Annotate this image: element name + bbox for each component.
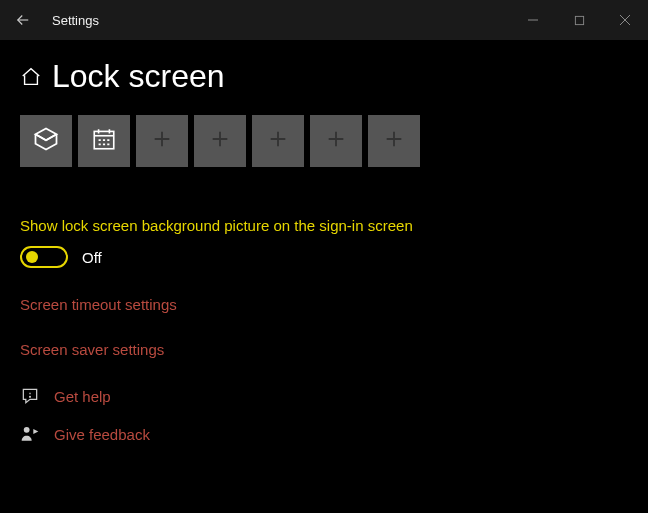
screen-saver-link[interactable]: Screen saver settings bbox=[20, 341, 628, 358]
app-tile-add[interactable] bbox=[310, 115, 362, 167]
svg-point-3 bbox=[24, 427, 30, 433]
quick-status-app-row bbox=[20, 115, 628, 167]
mail-icon bbox=[32, 125, 60, 157]
plus-icon bbox=[383, 128, 405, 154]
get-help-link[interactable]: Get help bbox=[20, 386, 628, 406]
plus-icon bbox=[325, 128, 347, 154]
app-tile-add[interactable] bbox=[252, 115, 304, 167]
window-title: Settings bbox=[52, 13, 510, 28]
toggle-label: Show lock screen background picture on t… bbox=[20, 217, 628, 234]
maximize-button[interactable] bbox=[556, 0, 602, 40]
minimize-button[interactable] bbox=[510, 0, 556, 40]
background-toggle[interactable] bbox=[20, 246, 68, 268]
screen-timeout-link[interactable]: Screen timeout settings bbox=[20, 296, 628, 313]
give-feedback-label: Give feedback bbox=[54, 426, 150, 443]
plus-icon bbox=[209, 128, 231, 154]
back-button[interactable] bbox=[14, 11, 32, 29]
close-button[interactable] bbox=[602, 0, 648, 40]
plus-icon bbox=[267, 128, 289, 154]
help-icon bbox=[20, 386, 40, 406]
page-title: Lock screen bbox=[52, 58, 225, 95]
plus-icon bbox=[151, 128, 173, 154]
app-tile-add[interactable] bbox=[368, 115, 420, 167]
app-tile-add[interactable] bbox=[194, 115, 246, 167]
feedback-icon bbox=[20, 424, 40, 444]
app-tile-calendar[interactable] bbox=[78, 115, 130, 167]
toggle-knob bbox=[26, 251, 38, 263]
app-tile-mail[interactable] bbox=[20, 115, 72, 167]
give-feedback-link[interactable]: Give feedback bbox=[20, 424, 628, 444]
get-help-label: Get help bbox=[54, 388, 111, 405]
svg-point-2 bbox=[30, 396, 31, 397]
calendar-icon bbox=[91, 126, 117, 156]
home-icon bbox=[20, 66, 42, 88]
svg-rect-0 bbox=[575, 16, 583, 24]
app-tile-add[interactable] bbox=[136, 115, 188, 167]
toggle-state-label: Off bbox=[82, 249, 102, 266]
